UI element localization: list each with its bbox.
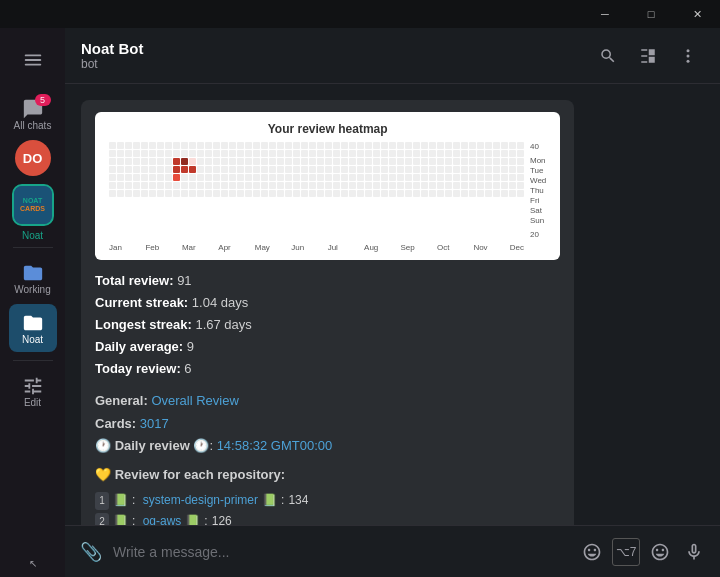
heatmap-container: Your review heatmap 40 Mon Tue Wed Thu bbox=[95, 112, 560, 260]
emoji-button[interactable] bbox=[646, 538, 674, 566]
sidebar-item-all-chats[interactable]: 5 All chats bbox=[9, 90, 57, 138]
overall-review-link[interactable]: Overall Review bbox=[151, 393, 238, 408]
heatmap-week bbox=[237, 142, 244, 197]
heatmap-cell bbox=[261, 190, 268, 197]
heatmap-cell bbox=[509, 166, 516, 173]
heatmap-cell bbox=[389, 150, 396, 157]
repos-section: 💛 Review for each repository: 1 📗 : syst… bbox=[95, 467, 560, 525]
heatmap-cell bbox=[165, 150, 172, 157]
svg-rect-2 bbox=[24, 64, 41, 66]
heatmap-cell bbox=[245, 142, 252, 149]
heatmap-cell bbox=[421, 150, 428, 157]
heatmap-week bbox=[341, 142, 348, 197]
heatmap-cell bbox=[405, 174, 412, 181]
minimize-button[interactable]: ─ bbox=[582, 0, 628, 28]
folder-icon bbox=[22, 262, 44, 284]
heatmap-week bbox=[165, 142, 172, 197]
mic-icon bbox=[684, 542, 704, 562]
heatmap-cell bbox=[357, 158, 364, 165]
heatmap-cell bbox=[405, 166, 412, 173]
chat-messages[interactable]: Your review heatmap 40 Mon Tue Wed Thu bbox=[65, 84, 720, 525]
heatmap-cell bbox=[365, 158, 372, 165]
heatmap-week bbox=[125, 142, 132, 197]
attach-button[interactable]: 📎 bbox=[77, 541, 105, 563]
close-button[interactable]: ✕ bbox=[674, 0, 720, 28]
heatmap-cell bbox=[165, 182, 172, 189]
heatmap-cell bbox=[437, 142, 444, 149]
repo-count: 126 bbox=[212, 511, 232, 525]
heatmap-cell bbox=[285, 182, 292, 189]
menu-button[interactable] bbox=[9, 36, 57, 84]
heatmap-cell bbox=[277, 174, 284, 181]
heatmap-cell bbox=[509, 142, 516, 149]
sidebar-item-edit[interactable]: Edit bbox=[9, 367, 57, 415]
heatmap-cell bbox=[437, 190, 444, 197]
repo-name-link[interactable]: og-aws bbox=[143, 511, 182, 525]
heatmap-cell bbox=[397, 182, 404, 189]
heatmap-cell bbox=[237, 182, 244, 189]
heatmap-cell bbox=[333, 182, 340, 189]
heatmap-cell bbox=[261, 166, 268, 173]
layout-button[interactable] bbox=[632, 40, 664, 72]
heatmap-week bbox=[213, 142, 220, 197]
reaction-icon bbox=[582, 542, 602, 562]
more-options-button[interactable] bbox=[672, 40, 704, 72]
heatmap-cell bbox=[213, 150, 220, 157]
heatmap-cell bbox=[325, 166, 332, 173]
heatmap-cell bbox=[173, 182, 180, 189]
heatmap-cell bbox=[413, 150, 420, 157]
heatmap-cell bbox=[277, 190, 284, 197]
do-avatar[interactable]: DO bbox=[15, 140, 51, 176]
noat-avatar[interactable]: NOAT CARDS bbox=[12, 184, 54, 226]
sidebar-item-working[interactable]: Working bbox=[9, 254, 57, 302]
heatmap-cell bbox=[381, 150, 388, 157]
heatmap-cell bbox=[365, 190, 372, 197]
heatmap-week bbox=[501, 142, 508, 197]
heatmap-cell bbox=[357, 142, 364, 149]
daily-review-time[interactable]: 14:58:32 GMT00:00 bbox=[217, 438, 333, 453]
heatmap-cell bbox=[189, 150, 196, 157]
message-input[interactable] bbox=[113, 544, 570, 560]
search-icon bbox=[599, 47, 617, 65]
heatmap-cell bbox=[117, 182, 124, 189]
heatmap-cell bbox=[365, 182, 372, 189]
heatmap-week bbox=[189, 142, 196, 197]
cards-value-link[interactable]: 3017 bbox=[140, 416, 169, 431]
heatmap-week bbox=[117, 142, 124, 197]
heatmap-cell bbox=[405, 182, 412, 189]
heatmap-cell bbox=[301, 182, 308, 189]
heatmap-cell bbox=[341, 158, 348, 165]
sidebar-item-noat[interactable]: Noat bbox=[9, 304, 57, 352]
repo-name-link[interactable]: system-design-primer bbox=[143, 490, 258, 512]
heatmap-cell bbox=[133, 158, 140, 165]
search-header-button[interactable] bbox=[592, 40, 624, 72]
add-reaction-button[interactable] bbox=[578, 538, 606, 566]
heatmap-cell bbox=[181, 174, 188, 181]
heatmap-cell bbox=[157, 166, 164, 173]
maximize-button[interactable]: □ bbox=[628, 0, 674, 28]
heatmap-cell bbox=[469, 150, 476, 157]
heatmap-cell bbox=[325, 174, 332, 181]
heatmap-cell bbox=[237, 190, 244, 197]
heatmap-cell bbox=[397, 158, 404, 165]
heatmap-cell bbox=[301, 166, 308, 173]
heatmap-cell bbox=[253, 158, 260, 165]
heatmap-cell bbox=[317, 166, 324, 173]
mic-button[interactable] bbox=[680, 538, 708, 566]
heatmap-cell bbox=[301, 158, 308, 165]
heatmap-cell bbox=[493, 182, 500, 189]
heatmap-cell bbox=[317, 150, 324, 157]
repo-number: 1 bbox=[95, 492, 109, 510]
heatmap-cell bbox=[229, 150, 236, 157]
keyboard-button[interactable]: ⌥7 bbox=[612, 538, 640, 566]
heatmap-week bbox=[317, 142, 324, 197]
heatmap-cell bbox=[501, 174, 508, 181]
heatmap-cell bbox=[437, 182, 444, 189]
heatmap-cell bbox=[389, 174, 396, 181]
today-review-label: Today review: bbox=[95, 361, 181, 376]
sidebar-narrow: 5 All chats DO NOAT CARDS Noat bbox=[0, 28, 65, 577]
heatmap-cell bbox=[517, 166, 524, 173]
heatmap-cell bbox=[333, 142, 340, 149]
heatmap-cell bbox=[269, 150, 276, 157]
heatmap-cell bbox=[277, 150, 284, 157]
